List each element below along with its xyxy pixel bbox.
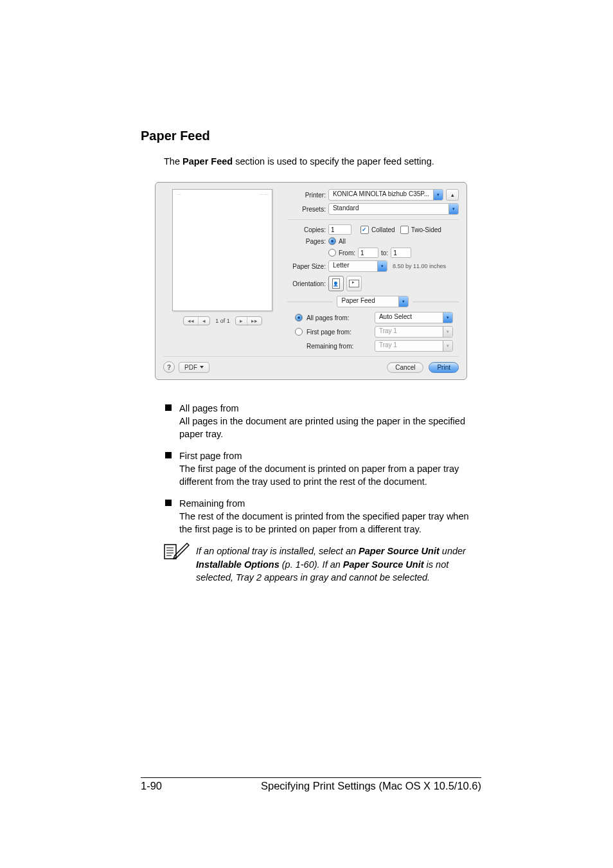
preview-placeholder-text: —	[177, 192, 181, 196]
copies-input[interactable]	[328, 224, 351, 235]
presets-select-value: Standard	[329, 204, 449, 214]
cancel-button[interactable]: Cancel	[387, 362, 423, 373]
all-pages-from-radio[interactable]	[295, 314, 303, 321]
divider	[413, 302, 459, 302]
print-button[interactable]: Print	[429, 362, 459, 373]
first-page-icon[interactable]: ◂◂	[184, 317, 199, 325]
collated-checkbox[interactable]: ✓	[360, 226, 369, 234]
divider	[287, 302, 333, 302]
select-arrows-icon: ▾	[398, 296, 408, 307]
pdf-menu-button[interactable]: PDF	[179, 362, 209, 373]
item-title: Remaining from	[179, 497, 481, 510]
collated-label: Collated	[371, 226, 395, 233]
last-page-icon[interactable]: ▸▸	[247, 317, 262, 325]
preview-prev-group[interactable]: ◂◂ ◂	[183, 316, 210, 325]
pages-label: Pages:	[287, 238, 326, 245]
select-arrows-icon: ▾	[377, 261, 387, 271]
panel-section-value: Paper Feed	[337, 296, 398, 307]
select-arrows-icon: ▾	[443, 312, 452, 323]
all-pages-from-select[interactable]: Auto Select ▾	[375, 312, 453, 323]
preview-page-counter: 1 of 1	[215, 318, 230, 324]
select-arrows-icon: ▾	[443, 327, 452, 337]
printer-select-value: KONICA MINOLTA bizhub C35P...	[329, 190, 433, 200]
presets-label: Presets:	[287, 206, 326, 213]
paper-size-select[interactable]: Letter ▾	[328, 260, 387, 272]
print-preview: — — —	[172, 189, 272, 311]
note-block: If an optional tray is installed, select…	[164, 545, 481, 584]
pdf-label: PDF	[184, 364, 197, 371]
pages-to-input[interactable]	[391, 248, 411, 258]
note-icon	[164, 542, 190, 560]
remaining-from-value: Tray 1	[375, 341, 443, 351]
all-pages-from-value: Auto Select	[375, 312, 443, 323]
two-sided-checkbox[interactable]	[400, 226, 409, 234]
print-dialog: — — — ◂◂ ◂ 1 of 1 ▸ ▸▸	[155, 182, 467, 380]
paper-size-label: Paper Size:	[287, 263, 326, 270]
pages-to-label: to:	[381, 249, 388, 257]
portrait-icon: 👤	[332, 278, 340, 289]
paper-size-value: Letter	[329, 261, 377, 271]
item-title: First page from	[179, 449, 481, 462]
note-text-part: If an optional tray is installed, select…	[196, 546, 359, 556]
page-footer: 1-90 Specifying Print Settings (Mac OS X…	[141, 777, 481, 792]
item-title: All pages from	[179, 402, 481, 415]
copies-label: Copies:	[287, 226, 326, 233]
note-text-part: under	[440, 546, 466, 556]
panel-section-select[interactable]: Paper Feed ▾	[337, 296, 409, 307]
prev-page-icon[interactable]: ◂	[199, 317, 209, 325]
item-body: The first page of the document is printe…	[179, 462, 481, 488]
first-page-from-select[interactable]: Tray 1 ▾	[375, 326, 453, 338]
chevron-down-icon	[200, 366, 204, 368]
select-arrows-icon: ▾	[433, 190, 443, 200]
pages-from-input[interactable]	[358, 248, 378, 258]
pages-range-radio[interactable]	[328, 249, 336, 257]
presets-select[interactable]: Standard ▾	[328, 203, 459, 215]
intro-post: section is used to specify the paper fee…	[233, 156, 434, 167]
landscape-icon: ▸	[349, 280, 359, 287]
section-heading: Paper Feed	[141, 129, 481, 143]
printer-label: Printer:	[287, 192, 326, 199]
note-bold: Paper Source Unit	[343, 559, 424, 570]
footer-rule	[141, 777, 481, 778]
item-body: All pages in the document are printed us…	[179, 415, 481, 440]
remaining-from-select[interactable]: Tray 1 ▾	[375, 340, 453, 352]
select-arrows-icon: ▾	[443, 341, 452, 351]
preview-pager: ◂◂ ◂ 1 of 1 ▸ ▸▸	[183, 316, 262, 325]
pages-all-label: All	[339, 238, 346, 245]
preview-next-group[interactable]: ▸ ▸▸	[235, 316, 262, 325]
printer-status-icon: ▴	[451, 192, 454, 198]
note-bold: Paper Source Unit	[359, 546, 440, 556]
intro-pre: The	[164, 156, 182, 167]
list-item: Remaining from The rest of the document …	[164, 497, 481, 536]
first-page-from-radio[interactable]	[295, 328, 303, 336]
printer-select[interactable]: KONICA MINOLTA bizhub C35P... ▾	[328, 189, 443, 201]
list-item: All pages from All pages in the document…	[164, 402, 481, 440]
orientation-landscape-button[interactable]: ▸	[346, 276, 362, 291]
note-bold: Installable Options	[196, 559, 280, 570]
intro-bold: Paper Feed	[182, 156, 233, 167]
pages-from-label: From:	[339, 249, 355, 257]
paper-dim-label: 8.50 by 11.00 inches	[393, 263, 446, 269]
next-page-icon[interactable]: ▸	[236, 317, 247, 325]
intro-text: The Paper Feed section is used to specif…	[164, 155, 481, 168]
feature-list: All pages from All pages in the document…	[164, 402, 481, 536]
footer-title: Specifying Print Settings (Mac OS X 10.5…	[261, 780, 481, 792]
pages-all-radio[interactable]	[328, 237, 336, 245]
note-text: If an optional tray is installed, select…	[196, 545, 481, 584]
item-body: The rest of the document is printed from…	[179, 510, 481, 536]
orientation-portrait-button[interactable]: 👤	[328, 276, 344, 291]
help-button[interactable]: ?	[163, 361, 175, 373]
two-sided-label: Two-Sided	[411, 226, 441, 233]
list-item: First page from The first page of the do…	[164, 449, 481, 488]
first-page-from-value: Tray 1	[375, 327, 443, 337]
orientation-label: Orientation:	[287, 280, 326, 287]
printer-status-button[interactable]: ▴	[446, 189, 459, 201]
page-number: 1-90	[141, 780, 162, 792]
select-arrows-icon: ▾	[449, 204, 458, 214]
remaining-from-label: Remaining from:	[306, 343, 371, 350]
all-pages-from-label: All pages from:	[306, 314, 371, 321]
first-page-from-label: First page from:	[306, 329, 371, 336]
note-text-part: (p. 1-60). If an	[280, 559, 343, 570]
